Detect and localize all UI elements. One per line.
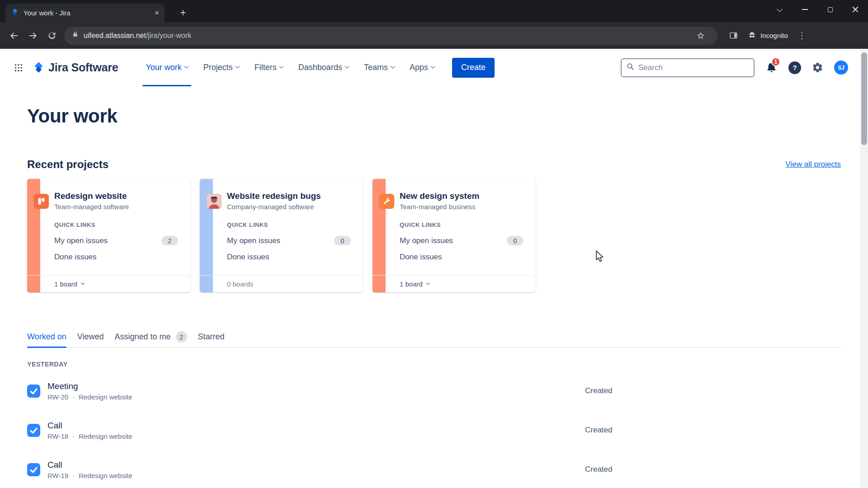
- reload-button[interactable]: [42, 26, 61, 45]
- work-item[interactable]: Call RW-19 · Redesign website Created: [27, 455, 841, 483]
- assigned-count-badge: 2: [176, 331, 187, 343]
- boards-label: 0 boards: [200, 275, 363, 292]
- page-scrollbar[interactable]: [860, 49, 868, 488]
- issue-status: Created: [585, 465, 612, 474]
- tab-title: Your work - Jira: [24, 9, 150, 17]
- chevron-down-icon: [390, 64, 395, 69]
- nav-apps[interactable]: Apps: [402, 49, 442, 86]
- scrollbar-thumb[interactable]: [861, 52, 867, 145]
- done-issues-link[interactable]: Done issues: [227, 253, 351, 262]
- settings-button[interactable]: [812, 62, 823, 73]
- chevron-down-icon: [279, 64, 283, 69]
- recent-projects-cards: Redesign website Team-managed software Q…: [27, 179, 841, 292]
- jira-logo-text: Jira Software: [48, 61, 118, 74]
- quick-links-label: QUICK LINKS: [400, 221, 441, 228]
- global-search[interactable]: [621, 58, 755, 77]
- open-issues-count: 0: [507, 236, 524, 245]
- recent-projects-heading: Recent projects: [27, 158, 108, 171]
- quick-links-label: QUICK LINKS: [54, 221, 95, 228]
- bookmark-star-icon[interactable]: [691, 26, 710, 45]
- nav-teams[interactable]: Teams: [356, 49, 402, 86]
- nav-filters[interactable]: Filters: [247, 49, 291, 86]
- header-right-cluster: 1 ? SJ: [621, 58, 848, 77]
- my-open-issues-link[interactable]: My open issues 2: [54, 236, 178, 245]
- nav-dashboards[interactable]: Dashboards: [291, 49, 356, 86]
- work-tabs: Worked on Viewed Assigned to me 2 Starre…: [27, 327, 841, 348]
- jira-header: Jira Software Your work Projects Filters…: [0, 49, 868, 86]
- browser-titlebar: Your work - Jira × +: [0, 0, 868, 22]
- tab-starred[interactable]: Starred: [198, 327, 225, 347]
- browser-menu-icon[interactable]: ⋮: [793, 26, 811, 45]
- close-window-button[interactable]: [843, 0, 868, 19]
- address-bar[interactable]: uifeed.atlassian.net/jira/your-work: [64, 27, 717, 45]
- project-title[interactable]: Website redesign bugs: [227, 191, 356, 201]
- issue-title[interactable]: Meeting: [47, 381, 132, 391]
- help-button[interactable]: ?: [788, 61, 801, 74]
- jira-logo[interactable]: Jira Software: [33, 61, 118, 74]
- minimize-button[interactable]: [792, 0, 817, 19]
- issue-key: RW-18: [47, 432, 68, 440]
- my-open-issues-link[interactable]: My open issues 0: [227, 236, 351, 245]
- chevron-down-icon: [81, 281, 85, 284]
- jira-logo-icon: [33, 61, 45, 74]
- incognito-badge: Incognito: [743, 30, 793, 41]
- view-all-projects-link[interactable]: View all projects: [785, 160, 841, 169]
- question-icon: ?: [788, 61, 801, 74]
- board-dropdown[interactable]: 1 board: [27, 275, 190, 292]
- gear-icon: [812, 62, 823, 73]
- chevron-down-icon: [235, 64, 240, 69]
- work-item[interactable]: Meeting RW-20 · Redesign website Created: [27, 377, 841, 405]
- notification-count-badge: 1: [771, 57, 780, 66]
- project-card-redesign-website[interactable]: Redesign website Team-managed software Q…: [27, 179, 190, 292]
- back-button[interactable]: [5, 26, 24, 45]
- issue-title[interactable]: Call: [47, 460, 132, 470]
- project-title[interactable]: Redesign website: [54, 191, 183, 201]
- user-avatar[interactable]: SJ: [834, 61, 848, 75]
- issue-project: Redesign website: [79, 393, 132, 401]
- project-title[interactable]: New design system: [400, 191, 528, 201]
- primary-nav: Your work Projects Filters Dashboards Te…: [138, 49, 442, 86]
- browser-toolbar: uifeed.atlassian.net/jira/your-work Inco…: [0, 22, 868, 49]
- search-icon: [626, 62, 635, 73]
- project-icon-website-redesign-bugs: [207, 194, 222, 209]
- issue-key: RW-19: [47, 472, 68, 479]
- work-list: Meeting RW-20 · Redesign website Created…: [27, 377, 841, 483]
- work-item[interactable]: Call RW-18 · Redesign website Created: [27, 416, 841, 444]
- my-open-issues-link[interactable]: My open issues 0: [400, 236, 524, 245]
- project-card-new-design-system[interactable]: New design system Team-managed business …: [373, 179, 536, 292]
- maximize-button[interactable]: [817, 0, 843, 19]
- search-input[interactable]: [638, 63, 749, 72]
- done-issues-link[interactable]: Done issues: [400, 253, 524, 262]
- browser-tab[interactable]: Your work - Jira ×: [5, 4, 165, 22]
- issue-project: Redesign website: [79, 432, 132, 440]
- issue-title[interactable]: Call: [47, 421, 132, 431]
- create-button[interactable]: Create: [452, 58, 495, 78]
- chevron-down-icon: [344, 64, 349, 69]
- app-switcher-icon[interactable]: [11, 60, 26, 75]
- project-card-website-redesign-bugs[interactable]: Website redesign bugs Company-managed so…: [200, 179, 363, 292]
- tab-assigned-to-me[interactable]: Assigned to me 2: [114, 327, 187, 347]
- nav-your-work[interactable]: Your work: [138, 49, 195, 86]
- lock-icon: [71, 31, 79, 40]
- project-subtitle: Company-managed software: [227, 203, 356, 211]
- side-panel-icon[interactable]: [724, 26, 743, 45]
- tab-viewed[interactable]: Viewed: [77, 327, 104, 347]
- nav-projects[interactable]: Projects: [196, 49, 247, 86]
- new-tab-button[interactable]: +: [176, 6, 190, 19]
- yesterday-section-label: YESTERDAY: [27, 361, 841, 368]
- open-issues-count: 2: [161, 236, 178, 245]
- notifications-button[interactable]: 1: [765, 61, 778, 74]
- jira-favicon: [11, 8, 19, 18]
- board-dropdown[interactable]: 1 board: [373, 275, 536, 292]
- incognito-icon: [747, 30, 757, 41]
- page-title: Your work: [27, 105, 841, 127]
- forward-button[interactable]: [24, 26, 42, 45]
- project-icon-new-design-system: [379, 194, 394, 209]
- tab-worked-on[interactable]: Worked on: [27, 327, 66, 347]
- issue-meta: RW-18 · Redesign website: [47, 432, 132, 440]
- project-subtitle: Team-managed business: [400, 203, 528, 211]
- tab-close-icon[interactable]: ×: [155, 9, 159, 17]
- done-issues-link[interactable]: Done issues: [54, 253, 178, 262]
- tab-search-icon[interactable]: [767, 0, 792, 19]
- issue-key: RW-20: [47, 393, 68, 401]
